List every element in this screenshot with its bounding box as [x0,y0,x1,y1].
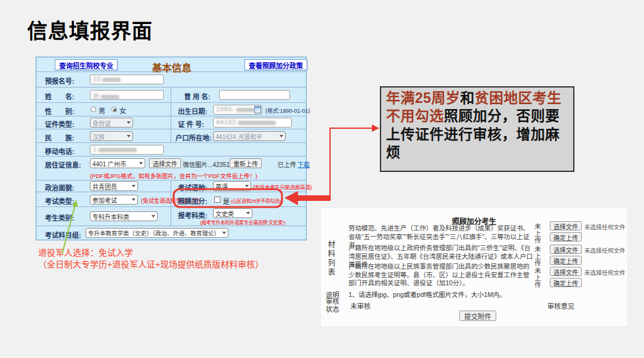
former-name-label: 曾 用 名: [184,91,211,101]
calendar-icon[interactable] [254,106,261,113]
chevron-down-icon [132,185,135,187]
gender-male-label: 男 [99,105,105,115]
form-row-idtype-idno: 证件类型: 身份证 证 件 号: 44162 [36,116,306,129]
permit-label: 居住证信息: [45,160,81,169]
chevron-down-icon [127,121,131,124]
mobile-label: 移动电话: [45,146,74,156]
permit-choose-file-button[interactable]: 选择文件 [149,158,181,168]
upload-status: 未上传 [533,223,542,245]
callout-connector-line [330,128,373,198]
bonus-materials-panel: 照顾加分考生 材料列表 劳动模范、先进生产（工作）者及科技进步（成果）奖获证书、… [320,208,628,327]
lang-label: 考试语种: [178,182,207,192]
callout-arrowhead [372,124,379,132]
choose-file-button[interactable]: 选择文件 [550,267,582,276]
view-policy-button[interactable]: 查看照顾加分政策 [244,59,307,70]
review-status-value: 未审核 [350,301,371,311]
basic-info-form: 查询招生院校专业 基本信息 查看照顾加分政策 预报名号: 10 姓 名: 刘 曾… [36,57,307,240]
no-file-text: 未选择任何文件 [584,247,626,254]
veteran-note-line2: （全日制大专学历+退役军人证+现场提供纸质版材料审核） [38,259,264,271]
permit-uploaded-status: 已上传 [278,160,296,169]
upload-group-2-confirm: 确定上传 [550,255,582,266]
gender-female-label: 女 [119,105,126,115]
chevron-down-icon [246,212,250,214]
review-opinion-label: 审核意见 [547,301,574,311]
id-type-select[interactable]: 身份证 [90,118,133,128]
exam-type-select[interactable]: 参加考试 [90,195,138,205]
callout-highlight: 年满25周岁 [386,90,461,106]
upload-group-3-confirm: 确定上传 [550,277,582,288]
former-name-input[interactable] [219,90,290,100]
subject-note: (报考专升本的外语类专业请选择“文史类”) [200,219,285,226]
veteran-note: 退役军人选择：免试入学 （全日制大专学历+退役军人证+现场提供纸质版材料审核） [38,247,264,271]
bonus-note: (山区县和25岁不用勾选) [231,197,281,204]
bonus-checkbox[interactable] [214,197,220,203]
chevron-down-icon [127,135,131,137]
query-colleges-button[interactable]: 查询招生院校专业 [55,59,118,70]
chevron-down-icon [245,185,249,187]
form-row-name: 姓 名: 刘 曾 用 名: [36,87,306,103]
chevron-down-icon [222,232,226,234]
chevron-down-icon [151,215,155,218]
gender-male-radio[interactable] [91,107,96,112]
subject-select[interactable]: 文史类 [213,208,252,218]
submit-attachments-button[interactable]: 提交附件 [459,311,496,321]
chevron-down-icon [132,198,135,201]
no-file-text: 未选择任何文件 [584,224,626,230]
bonus-label: 照顾加分: [178,196,207,206]
ethnic-label: 民 族: [45,132,74,142]
page-title: 信息填报界面 [27,15,153,44]
form-header-row: 查询招生院校专业 基本信息 查看照顾加分政策 [36,57,306,72]
confirm-upload-button[interactable]: 确定上传 [550,232,582,242]
callout-text: 和 [461,90,475,106]
choose-file-button[interactable]: 选择文件 [550,221,582,230]
upload-status: 未上传 [533,246,542,267]
confirm-upload-button[interactable]: 确定上传 [550,278,582,287]
bonus-checkbox-label: 是 [223,196,230,206]
note-text: 1、请选择jpg、png或者pdf格式图片文件，大小1M内。 [348,290,506,299]
prereg-label: 预报名号: [45,76,74,86]
bonus-callout-box: 年满25周岁和贫困地区考生不用勾选照顾加分，否则要上传证件进行审核，增加麻烦 [380,86,574,172]
prereg-input[interactable]: 10 [90,75,164,84]
choose-file-button[interactable]: 选择文件 [550,245,582,254]
callout-highlight: 贫困地区 [475,90,533,106]
form-row-permit: 居住证信息: 4401 广州市 选择文件 微信图片...42351.jpg 重新… [36,157,306,181]
confirm-upload-button[interactable]: 确定上传 [550,256,582,265]
permit-city-select[interactable]: 4401 广州市 [90,158,145,168]
material-item: 户籍所在地地级以上民族事务管理部门出具的少数民族聚居地的少数民族考生证明等。县（… [348,262,534,288]
id-no-label: 证 件 号: [178,119,204,129]
no-file-text: 未选择任何文件 [584,269,626,276]
residence-label: 户口所在地: [175,132,212,142]
category-label: 考生类别: [45,213,74,222]
form-row-mobile: 移动电话: 1 [36,143,306,157]
upload-group-1-confirm: 确定上传 [550,232,582,243]
permit-reupload-button[interactable]: 重新上传 [230,158,262,168]
id-no-input[interactable]: 44162 [213,118,292,128]
political-label: 政治面貌: [45,182,74,192]
name-label: 姓 名: [45,91,74,101]
ethnic-select[interactable]: 汉族 [90,131,133,141]
callout-text: 照顾加分， [444,108,517,124]
permit-download-link[interactable]: 下载 [297,160,310,169]
mobile-input[interactable]: 1 [90,145,164,155]
political-select[interactable]: 共青团员 [90,181,138,191]
gender-label: 性 别: [45,106,74,116]
screen: { "colors": { "page_bg": "#f1f1f1", "for… [0,0,644,358]
form-row-examgroup: 考试科目组: 专升本教育学类（文史）（政治、外语、教育理论） [36,226,306,240]
chevron-down-icon [139,162,143,165]
lang-select[interactable]: 英语 [213,181,251,191]
birth-format-note: (格式:1990-01-01) [265,107,310,115]
name-input[interactable]: 刘 [90,90,164,100]
category-select[interactable]: 专科升本科类 [90,211,158,221]
upload-group-2: 选择文件未选择任何文件 [550,244,626,255]
lang-note: (专升本考生只能选报英语) [253,183,312,190]
form-row-prereg: 预报名号: 10 [36,72,306,87]
upload-group-3: 选择文件未选择任何文件 [550,266,626,277]
residence-select[interactable]: 441624 河源和平 [213,131,286,141]
form-row-category-subject: 考生类别: 专科升本科类 报考科类: 文史类 (报考专升本的外语类专业请选择“文… [36,207,306,226]
gender-female-radio[interactable] [111,107,117,112]
veteran-note-line1: 退役军人选择：免试入学 [38,247,264,259]
material-list-label: 材料列表 [326,240,336,277]
exam-type-label: 考试类型: [45,196,74,206]
exam-group-select[interactable]: 专升本教育学类（文史）（政治、外语、教育理论） [86,228,228,238]
id-type-label: 证件类型: [45,119,74,129]
